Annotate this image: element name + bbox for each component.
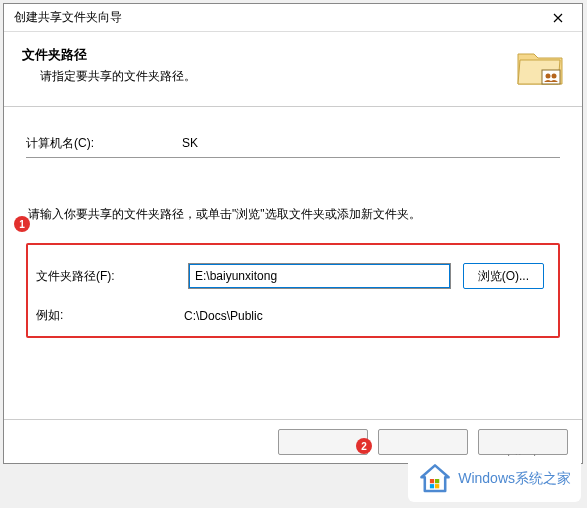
next-button[interactable] (378, 429, 468, 455)
folder-path-input[interactable] (188, 263, 451, 289)
watermark: Windows系统之家 (408, 456, 581, 502)
svg-rect-3 (430, 479, 434, 483)
svg-point-2 (552, 74, 557, 79)
example-row: 例如: C:\Docs\Public (36, 307, 544, 324)
watermark-windows: Windows (458, 470, 515, 486)
header-title: 文件夹路径 (22, 46, 516, 64)
annotation-marker-2: 2 (356, 438, 372, 454)
close-button[interactable] (540, 7, 576, 29)
svg-rect-4 (435, 479, 439, 483)
content-area: 计算机名(C): SK 请输入你要共享的文件夹路径，或单击"浏览"选取文件夹或添… (4, 107, 582, 348)
window-title: 创建共享文件夹向导 (14, 9, 122, 26)
house-icon (418, 462, 452, 496)
computer-name-value: SK (176, 131, 560, 155)
folder-path-row: 文件夹路径(F): 浏览(O)... (36, 263, 544, 289)
header-subtitle: 请指定要共享的文件夹路径。 (40, 68, 516, 85)
example-value: C:\Docs\Public (184, 309, 263, 323)
back-button[interactable] (278, 429, 368, 455)
title-bar: 创建共享文件夹向导 (4, 4, 582, 32)
annotation-marker-1: 1 (14, 216, 30, 232)
browse-button[interactable]: 浏览(O)... (463, 263, 544, 289)
cancel-button[interactable] (478, 429, 568, 455)
close-icon (553, 13, 563, 23)
computer-name-row: 计算机名(C): SK (26, 131, 560, 158)
wizard-header: 文件夹路径 请指定要共享的文件夹路径。 (4, 32, 582, 107)
instruction-text: 请输入你要共享的文件夹路径，或单击"浏览"选取文件夹或添加新文件夹。 (28, 206, 560, 223)
folder-share-icon (516, 46, 564, 88)
computer-name-label: 计算机名(C): (26, 135, 176, 152)
watermark-system: 系统之家 (515, 470, 571, 486)
svg-rect-5 (430, 484, 434, 488)
example-label: 例如: (36, 307, 184, 324)
header-text: 文件夹路径 请指定要共享的文件夹路径。 (22, 46, 516, 85)
svg-point-1 (546, 74, 551, 79)
svg-rect-6 (435, 484, 439, 488)
folder-path-label: 文件夹路径(F): (36, 268, 176, 285)
watermark-text: Windows系统之家 (458, 470, 571, 488)
dialog-window: 创建共享文件夹向导 文件夹路径 请指定要共享的文件夹路径。 计算机名(C): S… (3, 3, 583, 464)
path-highlight-box: 文件夹路径(F): 浏览(O)... 例如: C:\Docs\Public (26, 243, 560, 338)
